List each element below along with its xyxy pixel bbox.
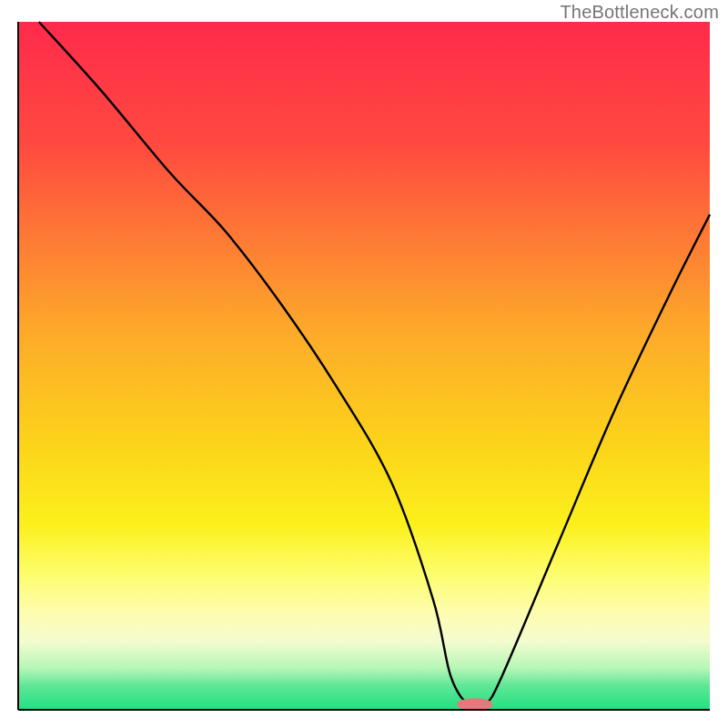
watermark-text: TheBottleneck.com: [560, 2, 719, 23]
chart-background: [18, 22, 710, 710]
optimal-marker: [457, 698, 493, 711]
bottleneck-chart: [0, 0, 728, 728]
